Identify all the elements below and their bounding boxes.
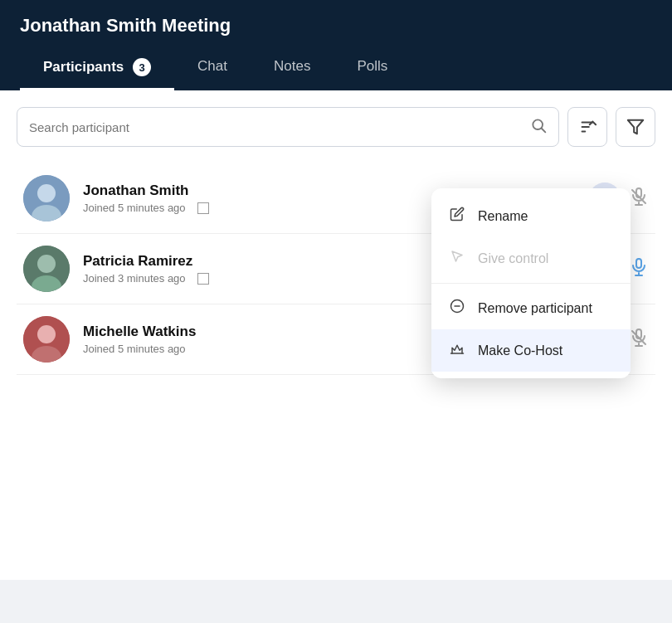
search-container [17,107,559,147]
dropdown-item-make-cohost[interactable]: Make Co-Host [431,329,631,372]
avatar [23,175,70,221]
tab-notes[interactable]: Notes [251,48,334,90]
avatar [23,246,70,292]
sort-button[interactable] [567,107,607,147]
table-row: Jonathan Smith Joined 5 minutes ago [17,163,655,234]
meeting-title: Jonathan Smith Meeting [20,15,652,37]
mute-icon [629,257,649,280]
search-row [17,107,655,147]
cursor-icon [448,249,466,268]
dropdown-item-give-control: Give control [431,237,631,280]
dropdown-item-remove[interactable]: Remove participant [431,287,631,329]
pencil-icon [448,207,466,226]
participant-list: Jonathan Smith Joined 5 minutes ago [17,163,655,375]
tab-participants[interactable]: Participants 3 [20,48,174,90]
avatar [23,316,70,363]
header: Jonathan Smith Meeting Participants 3 Ch… [0,0,672,90]
svg-point-19 [37,255,56,273]
rename-label: Rename [478,209,528,224]
status-checkbox [197,273,209,285]
tabs-bar: Participants 3 Chat Notes Polls [20,48,652,90]
tab-chat[interactable]: Chat [174,48,251,90]
remove-participant-label: Remove participant [478,301,592,316]
make-cohost-label: Make Co-Host [478,343,562,358]
crown-icon [448,341,466,360]
minus-circle-icon [448,299,466,318]
participants-badge: 3 [133,58,151,76]
svg-marker-5 [628,120,643,134]
svg-rect-24 [636,259,641,268]
svg-point-28 [37,325,56,343]
mute-icon [629,187,649,210]
divider [431,283,631,284]
search-icon [530,117,547,138]
search-input[interactable] [29,120,530,134]
mute-icon [629,328,649,351]
dropdown-item-rename[interactable]: Rename [431,195,631,237]
filter-button[interactable] [616,107,655,147]
dropdown-menu: Rename Give control [431,188,631,378]
svg-line-1 [542,128,546,132]
give-control-label: Give control [478,251,548,266]
content-area: Jonathan Smith Joined 5 minutes ago [0,90,672,580]
tab-polls[interactable]: Polls [334,48,411,90]
svg-point-7 [37,184,56,202]
status-checkbox [197,202,209,214]
